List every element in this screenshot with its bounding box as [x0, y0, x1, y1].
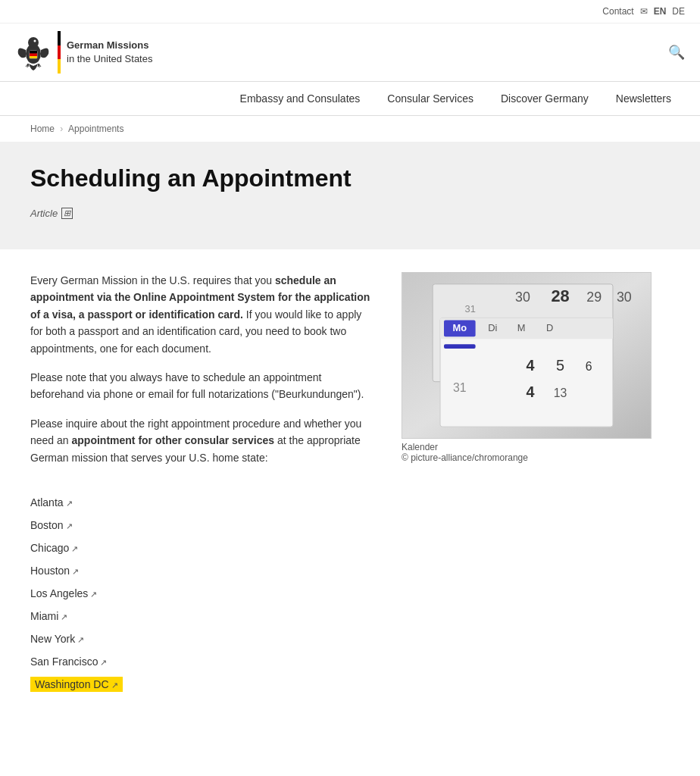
city-link-item: Atlanta↗ [30, 496, 652, 508]
city-links: Atlanta↗Boston↗Chicago↗Houston↗Los Angel… [30, 496, 652, 690]
svg-text:6: 6 [586, 360, 592, 373]
logo-area: German Missions in the United States [15, 31, 152, 74]
caption-line2: © picture-alliance/chromorange [402, 452, 652, 463]
paragraph-3: Please inquire about the right appointme… [30, 415, 371, 466]
article-label: Article ⊞ [30, 208, 670, 219]
lang-de-link[interactable]: DE [672, 6, 685, 17]
city-link-miami[interactable]: Miami↗ [30, 610, 67, 622]
lang-en-link[interactable]: EN [654, 6, 667, 17]
svg-text:13: 13 [554, 386, 567, 399]
svg-point-3 [34, 40, 36, 42]
city-link-san-francisco[interactable]: San Francisco↗ [30, 656, 107, 668]
svg-text:5: 5 [556, 357, 564, 374]
nav-consular-services[interactable]: Consular Services [373, 82, 487, 115]
external-link-icon: ↗ [111, 681, 118, 690]
svg-rect-6 [30, 54, 37, 57]
breadcrumb-separator: › [60, 124, 63, 134]
envelope-icon: ✉ [640, 6, 648, 17]
text-column: Every German Mission in the U.S. require… [30, 272, 371, 478]
svg-text:31: 31 [453, 381, 467, 394]
nav-embassy-and-consulates[interactable]: Embassy and Consulates [227, 82, 374, 115]
svg-text:4: 4 [526, 383, 534, 400]
logo-text: German Missions in the United States [67, 39, 152, 66]
eagle-logo-icon [15, 31, 52, 74]
svg-text:30: 30 [515, 289, 530, 305]
svg-text:Di: Di [488, 322, 497, 333]
city-link-chicago[interactable]: Chicago↗ [30, 542, 78, 554]
para1-pre: Every German Mission in the U.S. require… [30, 274, 275, 286]
page-title: Scheduling an Appointment [30, 164, 670, 192]
image-caption: Kalender © picture-alliance/chromorange [402, 442, 652, 463]
breadcrumb-home[interactable]: Home [30, 124, 55, 134]
header-top-links: Contact ✉ EN DE [602, 6, 685, 17]
paragraph-1: Every German Mission in the U.S. require… [30, 272, 371, 357]
svg-text:29: 29 [586, 289, 602, 305]
external-link-icon: ↗ [71, 544, 78, 554]
main-content: Every German Mission in the U.S. require… [0, 272, 682, 731]
city-link-houston[interactable]: Houston↗ [30, 565, 79, 577]
svg-text:M: M [517, 322, 526, 333]
hero-section: Scheduling an Appointment Article ⊞ [0, 142, 700, 249]
city-link-washington-dc[interactable]: Washington DC↗ [30, 677, 123, 692]
external-link-icon: ↗ [72, 567, 79, 577]
logo-line1: German Missions [67, 39, 152, 52]
svg-rect-22 [444, 344, 476, 349]
main-nav: Embassy and Consulates Consular Services… [0, 81, 700, 116]
nav-discover-germany[interactable]: Discover Germany [487, 82, 602, 115]
external-link-icon: ↗ [61, 612, 67, 622]
logo-line2: in the United States [67, 52, 152, 66]
city-link-atlanta[interactable]: Atlanta↗ [30, 496, 73, 508]
svg-text:Mo: Mo [453, 322, 467, 333]
svg-text:D: D [546, 322, 553, 333]
external-link-icon: ↗ [66, 521, 73, 531]
image-column: 30 28 29 30 31 Mo Di M D [402, 272, 652, 478]
external-link-icon: ↗ [100, 658, 107, 668]
german-flag-bar [58, 31, 61, 74]
city-link-new-york[interactable]: New York↗ [30, 633, 84, 645]
svg-text:28: 28 [551, 286, 569, 305]
city-link-item: New York↗ [30, 633, 652, 645]
header-top-bar: Contact ✉ EN DE [0, 0, 700, 23]
paragraph-2: Please note that you always have to sche… [30, 369, 371, 403]
external-link-icon: ↗ [77, 635, 84, 645]
svg-text:30: 30 [617, 289, 632, 305]
nav-newsletters[interactable]: Newsletters [602, 82, 685, 115]
content-area: Every German Mission in the U.S. require… [30, 272, 652, 478]
city-link-item: San Francisco↗ [30, 656, 652, 668]
city-link-item: Boston↗ [30, 519, 652, 531]
city-link-item: Miami↗ [30, 610, 652, 622]
calendar-image: 30 28 29 30 31 Mo Di M D [402, 272, 652, 439]
header-logo-search: German Missions in the United States 🔍 [0, 23, 700, 81]
external-link-icon: ↗ [66, 499, 73, 508]
breadcrumb-current: Appointments [68, 124, 123, 134]
breadcrumb: Home › Appointments [0, 116, 700, 142]
caption-line1: Kalender [402, 442, 652, 452]
city-link-item: Washington DC↗ [30, 678, 652, 690]
svg-rect-5 [30, 51, 37, 54]
city-link-item: Los Angeles↗ [30, 587, 652, 599]
svg-text:4: 4 [526, 357, 534, 374]
para3-bold: appointment for other consular services [72, 434, 275, 446]
city-link-los-angeles[interactable]: Los Angeles↗ [30, 587, 97, 599]
city-link-boston[interactable]: Boston↗ [30, 519, 73, 531]
contact-link[interactable]: Contact [602, 6, 633, 17]
svg-text:31: 31 [465, 303, 476, 314]
city-link-item: Chicago↗ [30, 542, 652, 554]
city-link-item: Houston↗ [30, 565, 652, 577]
svg-rect-7 [30, 56, 37, 58]
search-button[interactable]: 🔍 [668, 44, 685, 61]
article-icon: ⊞ [61, 208, 73, 219]
external-link-icon: ↗ [90, 590, 97, 599]
